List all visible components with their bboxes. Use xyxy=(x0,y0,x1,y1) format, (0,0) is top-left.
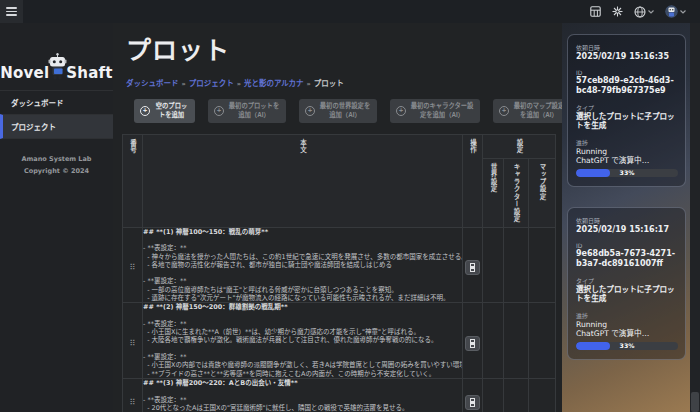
plot-text-line: - 神々から魔法を授かった人間たちは、この約1世紀で急速に文明を発展させ、多数の… xyxy=(143,253,462,261)
row-actions-cell xyxy=(463,378,483,412)
row-number-cell: ⠿ xyxy=(123,378,143,412)
job-type: 選択したプロットに子プロットを生成 xyxy=(576,112,678,131)
sidebar-item-dashboard[interactable]: ダッシュボード xyxy=(0,90,113,114)
plot-text-line: - 大陸各地で覇権争いが激化。戦術魔法が兵器として注目され、優れた魔導師が争奪戦… xyxy=(143,336,462,344)
progress-bar: 33% xyxy=(576,169,678,177)
app-logo[interactable]: Novel Shaft xyxy=(0,23,113,90)
brightness-icon[interactable] xyxy=(612,6,623,17)
plot-text-line: - **表設定：** xyxy=(143,320,462,328)
job-progress-label: 進捗 xyxy=(576,311,678,320)
table-view-icon[interactable] xyxy=(590,6,601,17)
button-label: 最初の世界設定を追加（AI） xyxy=(319,102,371,120)
copyright: Copyright © 2024 xyxy=(0,166,113,178)
plot-text-line xyxy=(143,387,462,395)
plot-text-line: - **表設定：** xyxy=(143,244,462,252)
add-empty-plot-button[interactable]: +空のプロットを追加 xyxy=(134,99,195,123)
plot-text-line: ## **(2) 神暦150〜200：群雄割拠の戦乱期** xyxy=(143,303,462,311)
chevron-down-icon xyxy=(648,10,654,14)
ai-add-button[interactable]: +最初の世界設定を追加（AI） xyxy=(299,99,377,123)
row-body-cell: ## **(1) 神暦100〜150：戦乱の萌芽**- **表設定：** - 神… xyxy=(143,227,463,303)
robot-mascot-icon xyxy=(48,53,67,84)
column-header-body: 本文 xyxy=(143,134,463,227)
job-id: 57ceb8d9-e2cb-46d3-bc48-79fb967375e9 xyxy=(576,76,678,96)
plot-table: 番号 本文 操作 設定 世界設定 キャラクター設定 マップ設定 ⠿## **(1… xyxy=(122,134,556,412)
row-map-cell xyxy=(529,303,556,379)
breadcrumb-item[interactable]: 光と影のアルカナ xyxy=(244,79,304,88)
button-label: 最初のキャラクター設定を追加（AI） xyxy=(410,102,474,120)
jobs-panel: 依頼日時2025/02/19 15:16:35ID57ceb8d9-e2cb-4… xyxy=(562,23,700,412)
circle-plus-icon: + xyxy=(140,106,150,116)
language-menu-button[interactable] xyxy=(634,6,654,18)
row-actions-cell xyxy=(463,303,483,379)
page-title: プロット xyxy=(126,30,562,66)
scrollbar-track[interactable] xyxy=(690,23,700,412)
jobs-list: 依頼日時2025/02/19 15:16:35ID57ceb8d9-e2cb-4… xyxy=(562,34,700,360)
job-card: 依頼日時2025/02/19 15:16:35ID57ceb8d9-e2cb-4… xyxy=(567,34,686,187)
row-detail-button[interactable] xyxy=(465,260,480,275)
plot-text-line xyxy=(143,312,462,320)
plot-text-line: - 20代となったAは王国Xの"宮廷魔術師"に就任し、隣国との戦役で英雄的活躍を… xyxy=(143,404,462,412)
plot-text-line: - **裏設定：** xyxy=(143,353,462,361)
breadcrumb-item[interactable]: ダッシュボード xyxy=(126,79,179,88)
breadcrumb-separator: » xyxy=(182,80,186,88)
ai-add-button[interactable]: +最初のマップ設定を追加（AI） xyxy=(493,99,562,123)
job-status: Running xyxy=(576,320,678,329)
row-number-cell: ⠿ xyxy=(123,227,143,303)
sidebar-item-project[interactable]: プロジェクト xyxy=(0,114,113,139)
topbar xyxy=(0,0,700,23)
progress-bar: 33% xyxy=(576,342,678,350)
chevron-down-icon xyxy=(680,10,686,14)
job-progress-label: 進捗 xyxy=(576,138,678,147)
main-content: プロット ダッシュボード»プロジェクト»光と影のアルカナ»プロット +空のプロッ… xyxy=(113,23,562,412)
job-engine: ChatGPT で演算中… xyxy=(576,329,678,338)
button-label: 最初のプロットを追加（AI） xyxy=(228,102,280,120)
row-actions-cell xyxy=(463,227,483,303)
row-map-cell xyxy=(529,378,556,412)
column-header-settings: 設定 xyxy=(483,134,556,158)
job-type-label: タイプ xyxy=(576,103,678,112)
column-header-actions: 操作 xyxy=(463,134,483,227)
plot-text-line xyxy=(143,269,462,277)
sidebar: Novel Shaft ダッシュボードプロジェクト Amano System L… xyxy=(0,23,113,412)
row-detail-button[interactable] xyxy=(465,395,480,410)
plot-text-line: - 遺跡に存在する"次元ゲート"が魔物流入の経路になっている可能性も示唆されるが… xyxy=(143,294,462,302)
drag-handle-icon[interactable]: ⠿ xyxy=(130,263,136,272)
plot-text-line: ## **(3) 神暦200〜220：AとBの出会い・友情** xyxy=(143,379,462,387)
row-character-cell xyxy=(504,303,529,379)
plot-text-line: - **表設定：** xyxy=(143,396,462,404)
ai-add-button[interactable]: +最初のプロットを追加（AI） xyxy=(208,99,286,123)
detail-icon xyxy=(470,339,475,348)
globe-icon xyxy=(634,6,646,18)
row-world-cell xyxy=(483,303,504,379)
menu-button[interactable] xyxy=(0,0,23,23)
row-map-cell xyxy=(529,227,556,303)
row-body-cell: ## **(2) 神暦150〜200：群雄割拠の戦乱期**- **表設定：** … xyxy=(143,303,463,379)
column-header-character: キャラクター設定 xyxy=(504,158,529,227)
plot-text-line xyxy=(143,236,462,244)
breadcrumb: ダッシュボード»プロジェクト»光と影のアルカナ»プロット xyxy=(126,77,562,88)
table-row: ⠿## **(3) 神暦200〜220：AとBの出会い・友情**- **表設定：… xyxy=(123,378,556,412)
user-menu-button[interactable] xyxy=(665,5,686,18)
ai-add-button[interactable]: +最初のキャラクター設定を追加（AI） xyxy=(390,99,480,123)
job-date-label: 依頼日時 xyxy=(576,216,678,225)
column-header-number: 番号 xyxy=(123,134,143,227)
row-world-cell xyxy=(483,227,504,303)
scrollbar-thumb[interactable] xyxy=(691,392,699,412)
logo-text-left: Novel xyxy=(0,64,49,82)
drag-handle-icon[interactable]: ⠿ xyxy=(130,339,136,348)
logo-text-right: Shaft xyxy=(66,64,112,82)
breadcrumb-item[interactable]: プロジェクト xyxy=(189,79,234,88)
circle-plus-icon: + xyxy=(305,106,315,116)
plot-text-line: ## **(1) 神暦100〜150：戦乱の萌芽** xyxy=(143,228,462,236)
plot-text-line xyxy=(143,345,462,353)
row-character-cell xyxy=(504,378,529,412)
row-world-cell xyxy=(483,378,504,412)
drag-handle-icon[interactable]: ⠿ xyxy=(130,398,136,407)
job-type: 選択したプロットに子プロットを生成 xyxy=(576,285,678,304)
circle-plus-icon: + xyxy=(214,106,224,116)
breadcrumb-separator: » xyxy=(307,80,311,88)
progress-percent: 33% xyxy=(576,169,678,177)
column-header-map: マップ設定 xyxy=(529,158,556,227)
sidebar-nav: ダッシュボードプロジェクト xyxy=(0,90,113,139)
row-detail-button[interactable] xyxy=(465,336,480,351)
